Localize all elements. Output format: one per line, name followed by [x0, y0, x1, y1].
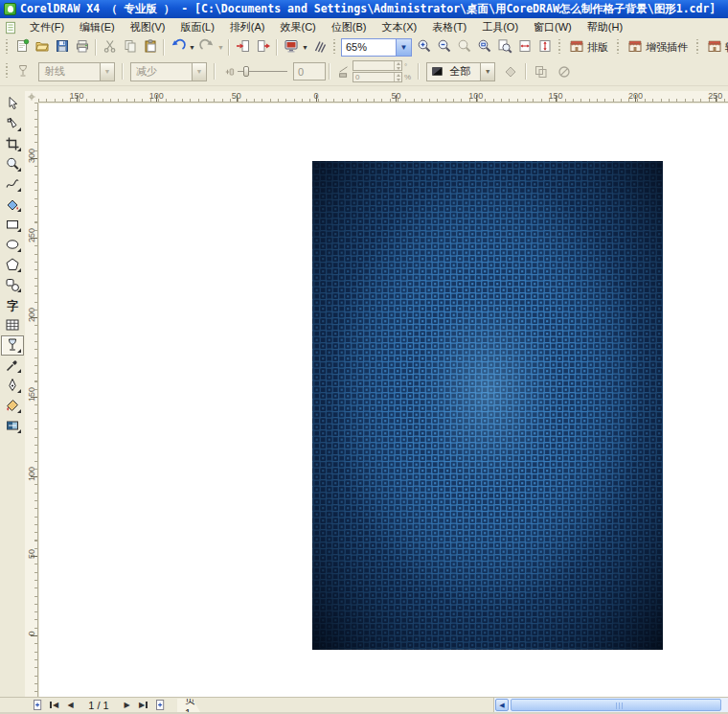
- status-bar: ◀ ◀ 1 / 1 ▶ ▶ 页 1 ◀: [0, 697, 728, 712]
- add-page-button-2[interactable]: [151, 699, 169, 712]
- zoom-tool[interactable]: [1, 154, 24, 174]
- menu-8[interactable]: 文本(X): [374, 19, 424, 35]
- scrollbar-thumb[interactable]: [511, 699, 721, 711]
- vertical-ruler[interactable]: 300250200150100500: [25, 103, 38, 697]
- new-document-icon: [14, 38, 30, 56]
- horizontal-scrollbar[interactable]: ◀: [493, 698, 728, 712]
- polygon-tool[interactable]: [1, 255, 24, 275]
- title-bar: CorelDRAW X4 （ 专业版 ） - [C:\Documents and…: [0, 0, 728, 18]
- outline-pen-tool[interactable]: [1, 376, 24, 396]
- pick-tool[interactable]: [1, 94, 24, 114]
- document-icon: [3, 20, 18, 35]
- menu-9[interactable]: 表格(T): [424, 19, 474, 35]
- add-page-button[interactable]: [29, 699, 46, 712]
- copy-button[interactable]: [120, 37, 140, 57]
- zoom-in-button[interactable]: [414, 37, 434, 57]
- enhance-plugin-button[interactable]: 增强插件: [623, 37, 693, 57]
- menu-7[interactable]: 位图(B): [324, 19, 375, 35]
- redo-icon: [199, 38, 215, 56]
- paste-button[interactable]: [140, 37, 160, 57]
- copy-properties-icon: [534, 64, 549, 80]
- toolbar-grip[interactable]: [695, 39, 699, 56]
- menu-5[interactable]: 排列(A): [222, 19, 273, 35]
- transparency-angle-field[interactable]: [353, 60, 402, 71]
- table-tool[interactable]: [1, 315, 24, 335]
- crop-tool[interactable]: [1, 134, 24, 154]
- zoom-page-width-button[interactable]: [514, 37, 535, 57]
- print-button[interactable]: [72, 37, 92, 57]
- shape-tool[interactable]: [1, 114, 24, 134]
- ellipse-tool[interactable]: [1, 235, 24, 255]
- slider-thumb[interactable]: [243, 66, 249, 77]
- toolbar-grip[interactable]: [557, 39, 561, 56]
- export-button[interactable]: [253, 37, 273, 57]
- zoom-all-button[interactable]: [494, 37, 514, 57]
- first-page-button[interactable]: ◀: [46, 699, 62, 712]
- transparency-midpoint-field[interactable]: 0: [293, 62, 326, 81]
- cut-button[interactable]: [100, 37, 120, 57]
- zoom-page-height-button[interactable]: [535, 37, 555, 57]
- toolbar-grip[interactable]: [5, 39, 9, 56]
- previous-page-button[interactable]: ◀: [62, 699, 79, 712]
- toolbar-grip[interactable]: [616, 39, 620, 56]
- chevron-down-icon: ▼: [396, 39, 411, 56]
- spinner[interactable]: [394, 61, 401, 70]
- zoom-actual-button[interactable]: [454, 37, 474, 57]
- property-bar-grip[interactable]: [5, 63, 9, 80]
- undo-button[interactable]: [168, 37, 188, 57]
- ruler-origin[interactable]: [25, 91, 38, 103]
- menu-10[interactable]: 工具(O): [474, 19, 526, 35]
- transparency-target-select[interactable]: 全部 ▼: [426, 62, 495, 81]
- scroll-left-button[interactable]: ◀: [495, 699, 509, 711]
- toolbar-grip[interactable]: [332, 39, 336, 56]
- menu-12[interactable]: 帮助(H): [580, 19, 630, 35]
- freeze-transparency-button[interactable]: [499, 61, 522, 82]
- open-button[interactable]: [32, 37, 52, 57]
- transparency-edge-field[interactable]: 0: [353, 72, 402, 82]
- dropdown-caret-icon[interactable]: ▼: [301, 44, 309, 51]
- menu-1[interactable]: 文件(F): [22, 19, 72, 35]
- typesetting-plugin-button[interactable]: 排版: [564, 37, 613, 57]
- ruler-label: 0: [27, 627, 36, 640]
- clear-transparency-button[interactable]: [553, 61, 576, 82]
- new-document-button[interactable]: [11, 37, 32, 57]
- next-page-button[interactable]: ▶: [119, 699, 135, 712]
- transparency-operation-select[interactable]: 减少 ▼: [130, 62, 207, 81]
- transparency-type-select[interactable]: 射线 ▼: [38, 62, 115, 81]
- menu-3[interactable]: 视图(V): [123, 19, 173, 35]
- spinner[interactable]: [394, 73, 401, 81]
- welcome-screen-button[interactable]: [309, 37, 330, 57]
- rectangle-tool[interactable]: [1, 215, 24, 235]
- separator: [276, 39, 278, 56]
- horizontal-ruler[interactable]: 15010050050100150200250: [38, 91, 728, 103]
- canvas[interactable]: [39, 104, 728, 697]
- transparency-tool[interactable]: [1, 335, 24, 356]
- menu-4[interactable]: 版面(L): [172, 19, 221, 35]
- fill-tool[interactable]: [1, 396, 24, 416]
- basic-shapes-tool[interactable]: [1, 275, 24, 295]
- zoom-out-button[interactable]: [434, 37, 454, 57]
- text-tool[interactable]: 字: [1, 295, 24, 315]
- interactive-fill-tool[interactable]: [1, 416, 24, 436]
- pattern-image[interactable]: [312, 161, 663, 650]
- copy-transparency-button[interactable]: [530, 61, 553, 82]
- menu-2[interactable]: 编辑(E): [72, 19, 123, 35]
- application-launcher-button[interactable]: [281, 37, 301, 57]
- menu-bar: 文件(F)编辑(E)视图(V)版面(L)排列(A)效果(C)位图(B)文本(X)…: [0, 18, 728, 36]
- last-page-button[interactable]: ▶: [135, 699, 151, 712]
- menu-11[interactable]: 窗口(W): [526, 19, 580, 35]
- save-button[interactable]: [52, 37, 72, 57]
- zoom-selected-button[interactable]: [474, 37, 494, 57]
- eyedropper-tool[interactable]: [1, 356, 24, 376]
- menu-6[interactable]: 效果(C): [273, 19, 324, 35]
- dropdown-caret-icon[interactable]: ▼: [188, 44, 196, 51]
- dropdown-caret-icon[interactable]: ▼: [216, 44, 225, 51]
- freehand-tool[interactable]: [1, 174, 24, 195]
- convert-plugin-button[interactable]: 转换: [702, 37, 728, 57]
- zoom-level-combo[interactable]: 65%▼: [341, 38, 412, 57]
- import-button[interactable]: [233, 37, 253, 57]
- smart-fill-tool[interactable]: [1, 195, 24, 215]
- edit-transparency-button[interactable]: [11, 61, 34, 82]
- transparency-midpoint-slider[interactable]: [224, 65, 287, 79]
- redo-button[interactable]: [196, 37, 216, 57]
